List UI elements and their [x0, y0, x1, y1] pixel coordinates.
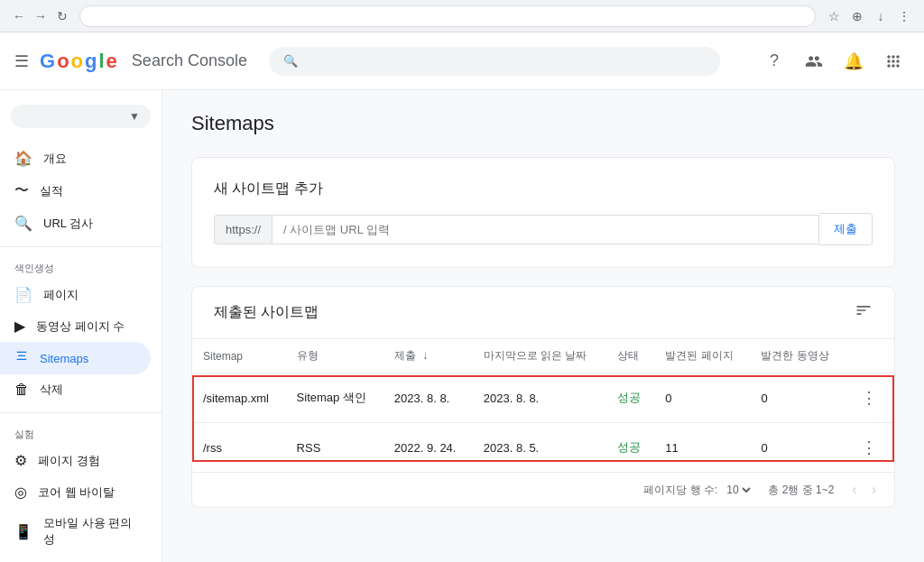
row-sitemap: /rss: [192, 423, 286, 473]
refresh-button[interactable]: ↻: [54, 8, 70, 24]
row-videos: 0: [750, 373, 845, 423]
row-pages: 0: [654, 373, 750, 423]
apps-icon[interactable]: [877, 45, 910, 78]
page-title: Sitemaps: [191, 112, 895, 135]
submitted-title: 제출된 사이트맵: [214, 303, 319, 322]
removals-icon: 🗑: [14, 382, 29, 398]
back-button[interactable]: ←: [11, 8, 27, 24]
sidebar-item-label: 실적: [40, 183, 63, 199]
sitemap-prefix: https://: [214, 215, 272, 244]
rows-per-page: 페이지당 행 수: 10 25 50: [643, 483, 753, 498]
menu-button[interactable]: ☰: [14, 51, 29, 71]
divider-1: [0, 246, 162, 247]
browser-chrome: ← → ↻ ☆ ⊕ ↓ ⋮: [0, 0, 924, 32]
sidebar-item-core-web-vitals[interactable]: ◎ 코어 웹 바이탈: [0, 476, 151, 508]
property-selector-wrap: ▼: [11, 105, 151, 128]
submit-sitemap-button[interactable]: 제출: [819, 213, 873, 245]
sidebar-item-page-experience[interactable]: ⚙ 페이지 경험: [0, 445, 151, 476]
more-button[interactable]: ⋮: [857, 434, 881, 461]
filter-icon[interactable]: [855, 301, 873, 324]
col-actions: [846, 339, 894, 373]
pagination-info: 총 2행 중 1~2: [768, 483, 834, 498]
col-status: 상태: [606, 339, 654, 373]
sidebar-item-label: 모바일 사용 편의성: [43, 515, 136, 548]
notifications-icon[interactable]: 🔔: [837, 45, 870, 78]
app-body: ▼ 🏠 개요 〜 실적 🔍 URL 검사 색인생성 📄 페이지 ▶ 동영상 페이…: [0, 90, 924, 562]
table-footer: 페이지당 행 수: 10 25 50 총 2행 중 1~2 ‹ ›: [192, 472, 894, 507]
browser-controls: ← → ↻: [11, 8, 70, 24]
mobile-icon: 📱: [14, 523, 32, 540]
sitemap-url-input[interactable]: [272, 215, 819, 244]
help-icon[interactable]: ?: [758, 45, 790, 78]
sidebar-item-label: 코어 웹 바이탈: [38, 484, 115, 501]
submitted-card-header: 제출된 사이트맵: [192, 287, 894, 339]
forward-button[interactable]: →: [32, 8, 49, 24]
row-sitemap: /sitemap.xml: [192, 373, 286, 423]
bookmark-icon[interactable]: ☆: [825, 7, 843, 25]
row-last-read: 2023. 8. 8.: [473, 373, 606, 423]
table-row: /sitemap.xml Sitemap 색인 2023. 8. 8. 2023…: [192, 373, 894, 423]
table-body: /sitemap.xml Sitemap 색인 2023. 8. 8. 2023…: [192, 373, 894, 473]
home-icon: 🏠: [14, 150, 32, 167]
app-header: ☰ G o o g l e Search Console 🔍 ? 🔔: [0, 32, 924, 90]
browser-right-controls: ☆ ⊕ ↓ ⋮: [825, 7, 913, 25]
property-dropdown-icon: ▼: [129, 110, 140, 123]
row-videos: 0: [750, 423, 845, 473]
submitted-sitemaps-card: 제출된 사이트맵 Sitemap 유형 제출 ↓ 마지막으로 읽은 날짜: [191, 286, 895, 508]
search-input[interactable]: [307, 54, 706, 69]
col-submitted: 제출 ↓: [383, 339, 473, 373]
row-status: 성공: [606, 423, 654, 473]
sidebar-item-url-inspection[interactable]: 🔍 URL 검사: [0, 207, 151, 239]
col-pages: 발견된 페이지: [654, 339, 750, 373]
sidebar-item-overview[interactable]: 🏠 개요: [0, 143, 151, 174]
sitemaps-icon: [14, 349, 29, 367]
section-label-experiment: 실험: [0, 420, 162, 445]
search-wrap: 🔍: [269, 47, 720, 76]
sidebar-item-sitemaps[interactable]: Sitemaps: [0, 342, 151, 374]
sidebar-item-pages[interactable]: 📄 페이지: [0, 279, 151, 310]
sidebar-item-performance[interactable]: 〜 실적: [0, 174, 151, 207]
address-bar[interactable]: [79, 5, 816, 27]
more-button[interactable]: ⋮: [857, 384, 881, 411]
next-page-button[interactable]: ›: [868, 480, 880, 500]
app-title: Search Console: [132, 51, 247, 70]
accounts-icon[interactable]: [798, 45, 830, 78]
add-sitemap-card: 새 사이트맵 추가 https:// 제출: [191, 157, 895, 268]
pagination-nav: ‹ ›: [848, 480, 880, 500]
sidebar-item-label: 삭제: [40, 382, 63, 398]
table-container: Sitemap 유형 제출 ↓ 마지막으로 읽은 날짜 상태 발견된 페이지 발…: [192, 339, 894, 507]
col-videos: 발견한 동영상: [750, 339, 845, 373]
row-type: Sitemap 색인: [286, 373, 383, 423]
row-last-read: 2023. 8. 5.: [473, 423, 606, 473]
col-last-read: 마지막으로 읽은 날짜: [473, 339, 606, 373]
download-icon[interactable]: ↓: [872, 7, 890, 25]
sidebar-item-removals[interactable]: 🗑 삭제: [0, 374, 151, 405]
row-pages: 11: [654, 423, 750, 473]
extension-icon[interactable]: ⊕: [848, 7, 866, 25]
header-right: ? 🔔: [758, 45, 910, 78]
rows-per-page-label: 페이지당 행 수:: [643, 483, 717, 498]
video-icon: ▶: [14, 318, 25, 335]
row-more-actions[interactable]: ⋮: [846, 373, 894, 423]
sidebar-item-label: 동영상 페이지 수: [36, 318, 125, 335]
main-content: Sitemaps 새 사이트맵 추가 https:// 제출 제출된 사이트맵: [162, 90, 924, 562]
sidebar-item-label: 개요: [43, 151, 67, 167]
row-more-actions[interactable]: ⋮: [846, 423, 894, 473]
more-browser-icon[interactable]: ⋮: [895, 7, 913, 25]
google-logo: G o o g l e: [40, 50, 117, 73]
rows-per-page-select[interactable]: 10 25 50: [723, 483, 753, 497]
section-label-indexing: 색인생성: [0, 254, 162, 279]
col-sitemap: Sitemap: [192, 339, 286, 373]
table-header: Sitemap 유형 제출 ↓ 마지막으로 읽은 날짜 상태 발견된 페이지 발…: [192, 339, 894, 373]
sitemaps-table: Sitemap 유형 제출 ↓ 마지막으로 읽은 날짜 상태 발견된 페이지 발…: [192, 339, 894, 472]
property-selector[interactable]: ▼: [11, 105, 151, 128]
sidebar-item-label: Sitemaps: [40, 352, 88, 365]
sidebar-item-label: 페이지: [43, 287, 79, 303]
sitemap-input-row: https:// 제출: [214, 213, 873, 245]
table-row: /rss RSS 2022. 9. 24. 2023. 8. 5. 성공 11 …: [192, 423, 894, 473]
pages-icon: 📄: [14, 286, 32, 303]
sidebar-item-mobile-usability[interactable]: 📱 모바일 사용 편의성: [0, 508, 151, 555]
performance-icon: 〜: [14, 181, 29, 200]
sidebar-item-video-pages[interactable]: ▶ 동영상 페이지 수: [0, 310, 151, 342]
prev-page-button[interactable]: ‹: [848, 480, 860, 500]
